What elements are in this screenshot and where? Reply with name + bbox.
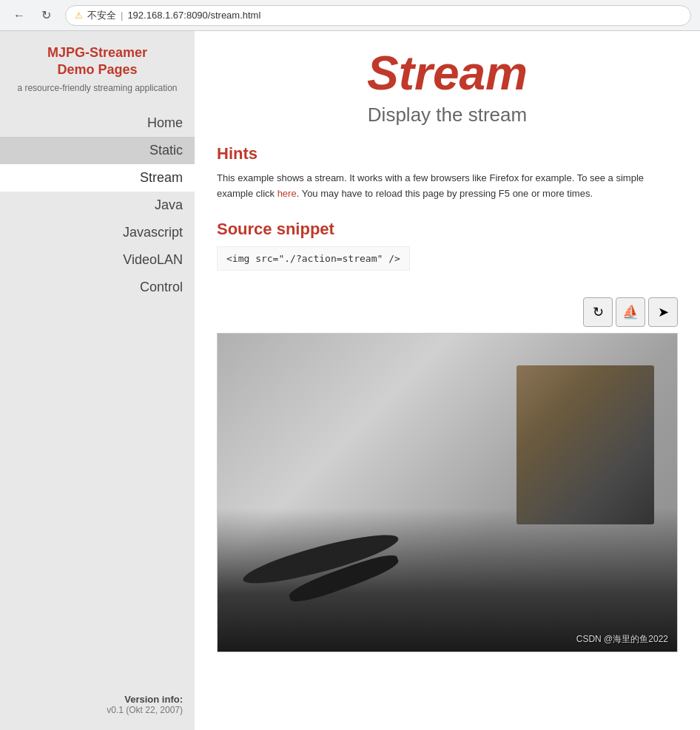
source-code-block: <img src="./?action=stream" /> [217, 246, 410, 271]
stream-controls: ↻ ⛵ ➤ [217, 297, 678, 327]
reload-button[interactable]: ↻ [36, 5, 56, 26]
main-content: Stream Display the stream Hints This exa… [195, 31, 700, 730]
stream-placeholder: CSDN @海里的鱼2022 [218, 334, 677, 652]
sidebar-title: MJPG-Streamer Demo Pages [7, 44, 187, 79]
hints-title: Hints [217, 144, 678, 163]
page-title: Stream [217, 46, 678, 101]
sidebar-item-javascript[interactable]: Javascript [0, 219, 195, 246]
url-separator: | [121, 10, 123, 21]
address-bar[interactable]: ⚠ 不安全 | 192.168.1.67:8090/stream.html [65, 5, 691, 26]
security-label: 不安全 [87, 9, 116, 22]
send-icon: ➤ [658, 304, 669, 320]
source-snippet-section: Source snippet <img src="./?action=strea… [217, 220, 678, 283]
page-wrapper: MJPG-Streamer Demo Pages a resource-frie… [0, 31, 700, 730]
sailboat-icon: ⛵ [622, 304, 639, 320]
page-subtitle: Display the stream [217, 104, 678, 126]
sidebar-header: MJPG-Streamer Demo Pages a resource-frie… [0, 31, 195, 102]
source-snippet-title: Source snippet [217, 220, 678, 239]
send-button[interactable]: ➤ [648, 297, 678, 327]
sidebar-item-java[interactable]: Java [0, 192, 195, 219]
version-value: v0.1 (Okt 22, 2007) [12, 705, 183, 715]
sidebar-item-static[interactable]: Static [0, 137, 195, 164]
sidebar-item-videolan[interactable]: VideoLAN [0, 246, 195, 274]
sidebar-item-stream[interactable]: Stream [0, 164, 195, 192]
refresh-icon: ↻ [593, 304, 604, 320]
sidebar-version: Version info: v0.1 (Okt 22, 2007) [0, 679, 195, 715]
sidebar-nav: Home Static Stream Java Javascript Video… [0, 109, 195, 301]
refresh-button[interactable]: ↻ [583, 297, 613, 327]
nav-buttons: ← ↻ [9, 5, 56, 26]
sailboat-button[interactable]: ⛵ [616, 297, 645, 327]
camera-scene: CSDN @海里的鱼2022 [218, 334, 677, 652]
sidebar: MJPG-Streamer Demo Pages a resource-frie… [0, 31, 195, 730]
hints-here-link[interactable]: here [277, 188, 297, 199]
browser-chrome: ← ↻ ⚠ 不安全 | 192.168.1.67:8090/stream.htm… [0, 0, 700, 31]
sidebar-item-control[interactable]: Control [0, 274, 195, 301]
hints-text: This example shows a stream. It works wi… [217, 171, 678, 202]
stream-image-area: CSDN @海里的鱼2022 [217, 333, 678, 652]
hints-text-part2: . You may have to reload this page by pr… [297, 188, 593, 199]
sidebar-item-home[interactable]: Home [0, 109, 195, 137]
security-icon: ⚠ [75, 10, 83, 21]
back-button[interactable]: ← [9, 5, 30, 26]
sidebar-subtitle: a resource-friendly streaming applicatio… [7, 82, 187, 95]
url-display: 192.168.1.67:8090/stream.html [127, 10, 260, 21]
version-label: Version info: [12, 694, 183, 705]
watermark: CSDN @海里的鱼2022 [576, 633, 668, 646]
